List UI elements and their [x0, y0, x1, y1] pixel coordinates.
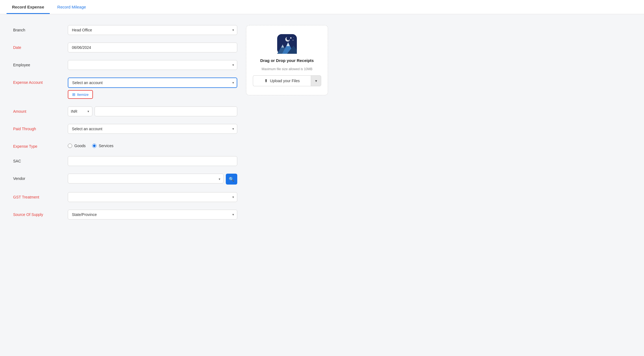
services-label: Services [99, 144, 113, 148]
vendor-select[interactable] [68, 174, 224, 183]
gst-treatment-label: GST Treatment [13, 192, 68, 199]
tabs-bar: Record Expense Record Mileage [0, 0, 644, 14]
upload-dropdown-button[interactable]: ▾ [311, 75, 321, 86]
upload-chevron-down-icon: ▾ [315, 79, 317, 83]
amount-row: Amount INR USD EUR ▾ [13, 106, 237, 116]
tab-record-mileage[interactable]: Record Mileage [52, 1, 92, 14]
employee-control: ▾ [68, 60, 237, 70]
vendor-input-row: ▾ 🔍 [68, 174, 237, 185]
svg-point-2 [293, 40, 294, 41]
gst-treatment-select[interactable] [68, 192, 237, 202]
upload-panel: Drag or Drop your Receipts Maximum file … [246, 25, 328, 345]
upload-files-button[interactable]: ⬆ Upload your Files [253, 75, 311, 86]
amount-label: Amount [13, 106, 68, 114]
vendor-row: Vendor ▾ 🔍 [13, 174, 237, 185]
employee-row: Employee ▾ [13, 60, 237, 70]
date-input[interactable] [68, 43, 237, 52]
vendor-select-wrapper: ▾ [68, 174, 224, 185]
source-of-supply-select[interactable]: State/Province [68, 210, 237, 219]
expense-account-select[interactable]: Select an account [68, 78, 237, 88]
date-label: Date [13, 43, 68, 50]
branch-control: Head Office Branch 1 Branch 2 ▾ [68, 25, 237, 35]
employee-label: Employee [13, 60, 68, 67]
branch-select-wrapper: Head Office Branch 1 Branch 2 ▾ [68, 25, 237, 35]
sac-label: SAC [13, 156, 68, 163]
source-of-supply-label: Source Of Supply [13, 210, 68, 217]
amount-input-row: INR USD EUR ▾ [68, 106, 237, 116]
paid-through-label: Paid Through [13, 124, 68, 131]
goods-label: Goods [74, 144, 86, 148]
services-radio[interactable] [92, 144, 96, 148]
itemize-label: Itemize [77, 93, 89, 97]
tab-record-expense[interactable]: Record Expense [7, 1, 50, 14]
goods-radio[interactable] [68, 144, 72, 148]
search-icon: 🔍 [229, 177, 234, 182]
upload-files-label: Upload your Files [270, 79, 300, 83]
gst-treatment-select-wrapper: ▾ [68, 192, 237, 202]
itemize-button[interactable]: ⊞ Itemize [68, 90, 93, 99]
paid-through-select[interactable]: Select an account [68, 124, 237, 134]
expense-type-services-option[interactable]: Services [92, 144, 113, 148]
date-row: Date [13, 43, 237, 52]
employee-select[interactable] [68, 60, 237, 70]
amount-control: INR USD EUR ▾ [68, 106, 237, 116]
expense-type-radio-group: Goods Services [68, 141, 237, 148]
branch-row: Branch Head Office Branch 1 Branch 2 ▾ [13, 25, 237, 35]
vendor-label: Vendor [13, 174, 68, 181]
vendor-search-button[interactable]: 🔍 [226, 174, 237, 185]
vendor-control: ▾ 🔍 [68, 174, 237, 185]
expense-account-select-wrapper: Select an account ▾ [68, 78, 237, 88]
amount-input[interactable] [95, 106, 237, 116]
expense-type-control: Goods Services [68, 141, 237, 148]
currency-select[interactable]: INR USD EUR [68, 106, 92, 116]
form-section: Branch Head Office Branch 1 Branch 2 ▾ D… [13, 25, 237, 345]
expense-type-goods-option[interactable]: Goods [68, 144, 86, 148]
paid-through-select-wrapper: Select an account ▾ [68, 124, 237, 134]
sac-input[interactable] [68, 156, 237, 166]
upload-card: Drag or Drop your Receipts Maximum file … [246, 25, 328, 95]
gst-treatment-control: ▾ [68, 192, 237, 202]
itemize-grid-icon: ⊞ [72, 92, 75, 97]
upload-arrow-icon: ⬆ [264, 78, 268, 83]
expense-account-label: Expense Account [13, 78, 68, 85]
upload-button-row: ⬆ Upload your Files ▾ [253, 75, 321, 86]
expense-type-label: Expense Type [13, 141, 68, 149]
expense-account-row: Expense Account Select an account ▾ ⊞ It… [13, 78, 237, 99]
main-layout: Branch Head Office Branch 1 Branch 2 ▾ D… [0, 14, 644, 356]
expense-account-control: Select an account ▾ ⊞ Itemize [68, 78, 237, 99]
sac-row: SAC [13, 156, 237, 166]
branch-select[interactable]: Head Office Branch 1 Branch 2 [68, 25, 237, 35]
expense-type-row: Expense Type Goods Services [13, 141, 237, 149]
paid-through-control: Select an account ▾ [68, 124, 237, 134]
upload-title: Drag or Drop your Receipts [260, 58, 314, 63]
gst-treatment-row: GST Treatment ▾ [13, 192, 237, 202]
date-control [68, 43, 237, 52]
branch-label: Branch [13, 25, 68, 32]
sac-control [68, 156, 237, 166]
svg-point-4 [293, 37, 294, 38]
source-of-supply-control: State/Province ▾ [68, 210, 237, 219]
currency-select-wrapper: INR USD EUR ▾ [68, 106, 92, 116]
source-of-supply-row: Source Of Supply State/Province ▾ [13, 210, 237, 219]
employee-select-wrapper: ▾ [68, 60, 237, 70]
svg-point-3 [289, 39, 289, 40]
svg-point-1 [290, 37, 292, 39]
source-of-supply-select-wrapper: State/Province ▾ [68, 210, 237, 219]
paid-through-row: Paid Through Select an account ▾ [13, 124, 237, 134]
upload-illustration-icon [277, 34, 297, 54]
upload-subtitle: Maximum file size allowed is 10MB [262, 67, 312, 71]
